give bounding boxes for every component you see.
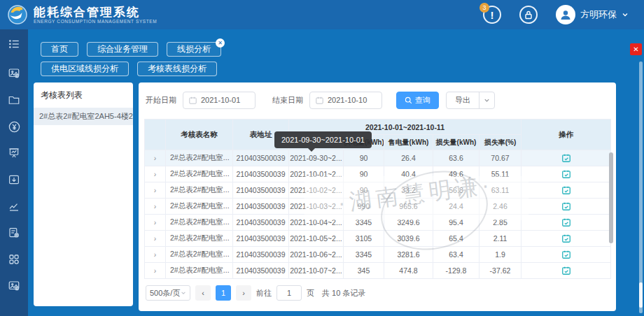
page-unit-label: 页 [307, 288, 314, 299]
tab-home[interactable]: 首页 [41, 42, 78, 57]
export-split-button: 导出 [446, 92, 495, 109]
row-expand-icon[interactable]: › [145, 215, 166, 231]
end-date-label: 结束日期 [272, 95, 303, 106]
row-expand-icon[interactable]: › [145, 166, 166, 182]
goto-page-input[interactable] [276, 285, 302, 301]
user-icon [559, 8, 572, 21]
tab-assessment-meter-loss[interactable]: 考核表线损分析 [137, 62, 217, 76]
cell-loss-rate: 1.9 [479, 247, 522, 263]
cell-sale-kwh: 3281.6 [384, 247, 433, 263]
tab-line-loss-analysis[interactable]: 线损分析 ✕ [167, 42, 221, 57]
cell-meter-name: 2#总表2#配电室... [166, 247, 233, 263]
brand-block: 能耗综合管理系统 ENERGY CONSUMPTION MANAGEMENT S… [34, 6, 157, 24]
row-expand-icon[interactable]: › [145, 199, 166, 215]
tab-label: 首页 [51, 43, 68, 55]
table-row: › 2#总表2#配电室... 210403500039 2021-10-05~2… [145, 231, 611, 247]
date-range-tooltip: 2021-09-30~2021-10-01 [274, 131, 372, 148]
table-row: › 2#总表2#配电室... 210403500039 2021-10-06~2… [145, 247, 611, 263]
user-menu[interactable]: 方明环保 [556, 5, 629, 24]
cell-supply-kwh: 90 [344, 166, 384, 182]
line-chart-icon[interactable] [6, 199, 22, 214]
meter-list-title: 考核表列表 [34, 82, 133, 108]
image-gear-icon[interactable] [6, 66, 22, 81]
money-yen-icon[interactable] [6, 119, 22, 134]
lock-button[interactable] [519, 6, 538, 24]
calendar-check-icon[interactable] [561, 185, 571, 195]
tab-row-2: 供电区域线损分析 考核表线损分析 [41, 62, 217, 76]
cell-operation [522, 182, 611, 199]
col-header-name: 考核表名称 [166, 120, 233, 150]
cell-loss-kwh: -129.8 [433, 263, 479, 279]
close-all-button[interactable]: ✕ [630, 43, 642, 55]
total-records-label: 共 10 条记录 [322, 288, 365, 299]
tab-close-icon[interactable]: ✕ [216, 38, 225, 48]
cell-meter-name: 2#总表2#配电室... [166, 150, 233, 166]
image-gear-icon-2[interactable] [6, 278, 22, 294]
tab-supply-region-loss[interactable]: 供电区域线损分析 [41, 62, 129, 76]
page-scrollbar-thumb[interactable] [639, 282, 643, 308]
start-date-value: 2021-10-01 [201, 96, 240, 104]
cell-operation [522, 150, 611, 166]
row-expand-icon[interactable]: › [145, 263, 166, 279]
end-date-value: 2021-10-10 [328, 96, 367, 104]
presentation-chart-icon[interactable] [6, 145, 22, 161]
calendar-check-icon[interactable] [561, 169, 571, 179]
main-panel: 开始日期 2021-10-01 结束日期 [139, 82, 616, 311]
calendar-check-icon[interactable] [561, 217, 571, 227]
table-row: › 2#总表2#配电室... 210403500039 2021-09-30~2… [145, 150, 611, 166]
cell-supply-kwh: 345 [344, 263, 384, 279]
row-expand-icon[interactable]: › [145, 247, 166, 263]
calendar-check-icon[interactable] [561, 234, 571, 243]
username: 方明环保 [580, 8, 617, 21]
folder-download-icon[interactable] [6, 172, 22, 187]
calendar-check-icon[interactable] [561, 266, 571, 275]
export-button[interactable]: 导出 [447, 92, 479, 108]
cell-meter-addr: 210403500039 [233, 215, 289, 231]
cell-date-range: 2021-10-03~2... [289, 199, 344, 215]
cell-sale-kwh: 965.6 [384, 199, 433, 215]
page-size-select[interactable]: 500条/页 [146, 285, 190, 301]
end-date-input[interactable]: 2021-10-10 [309, 92, 382, 109]
prev-page-button[interactable]: ‹ [195, 285, 211, 301]
current-page-button[interactable]: 1 [216, 285, 231, 301]
query-button[interactable]: 查询 [396, 92, 439, 109]
lock-icon [524, 10, 533, 20]
meter-list-item[interactable]: 2#总表2#配电室2AH5-4楼2#变 [34, 108, 133, 125]
row-expand-icon[interactable]: › [145, 182, 166, 199]
tab-business-mgmt[interactable]: 综合业务管理 [87, 42, 158, 57]
cell-operation [522, 231, 611, 247]
row-expand-icon[interactable]: › [145, 150, 166, 166]
table-row: › 2#总表2#配电室... 210403500039 2021-10-04~2… [145, 215, 611, 231]
apps-grid-icon[interactable] [6, 252, 22, 267]
row-expand-icon[interactable]: › [145, 231, 166, 247]
tab-label: 线损分析 [177, 43, 211, 55]
cell-operation [522, 215, 611, 231]
cell-supply-kwh: 990 [344, 199, 384, 215]
cell-loss-kwh: 56.8 [433, 182, 479, 199]
cell-meter-name: 2#总表2#配电室... [166, 263, 233, 279]
content-area: 首页 综合业务管理 线损分析 ✕ 供电区域线损分析 考核表线损分析 ✕ [28, 29, 644, 316]
cell-meter-name: 2#总表2#配电室... [166, 231, 233, 247]
cell-loss-rate: 2.11 [479, 231, 522, 247]
cell-meter-addr: 210403500039 [233, 150, 289, 166]
table-row: › 2#总表2#配电室... 210403500039 2021-10-03~2… [145, 199, 611, 215]
cell-operation [522, 199, 611, 215]
menu-list-icon[interactable] [6, 36, 22, 52]
table-scrollbar[interactable] [609, 152, 613, 243]
next-page-button[interactable]: › [236, 285, 251, 301]
folder-icon[interactable] [6, 92, 22, 108]
tab-row-1: 首页 综合业务管理 线损分析 ✕ [41, 42, 221, 57]
notification-button[interactable]: ! 3 [483, 6, 501, 24]
chevron-down-icon [622, 11, 629, 18]
avatar [556, 5, 575, 24]
calendar-check-icon[interactable] [561, 153, 571, 163]
calendar-check-icon[interactable] [561, 250, 571, 259]
cell-loss-kwh: 63.6 [433, 150, 479, 166]
calendar-check-icon[interactable] [561, 201, 571, 211]
table-row: › 2#总表2#配电室... 210403500039 2021-10-07~2… [145, 263, 611, 279]
page-scrollbar[interactable] [639, 62, 643, 313]
document-gear-icon[interactable] [6, 225, 22, 240]
start-date-input[interactable]: 2021-10-01 [183, 92, 255, 109]
export-dropdown-button[interactable] [479, 92, 494, 108]
cell-meter-addr: 210403500039 [233, 166, 289, 182]
